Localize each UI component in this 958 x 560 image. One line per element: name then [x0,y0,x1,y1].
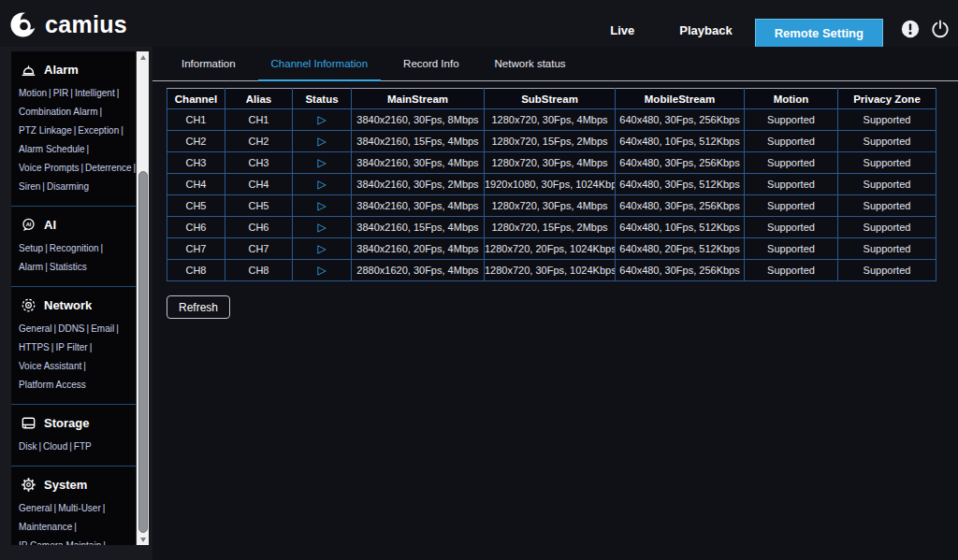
separator: | [42,181,45,192]
storage-icon [21,415,36,431]
cell-status: ▷ [293,152,352,174]
sidebar-row: General|DDNS|Email| [19,323,136,334]
sidebar-link-ddns[interactable]: DDNS [58,323,84,334]
sidebar-row: IP Camera Maintain| [19,540,136,545]
sidebar-link-general[interactable]: General [19,503,52,513]
cell-channel: CH3 [167,152,225,174]
separator: | [45,243,48,253]
ai-icon: AI [21,217,36,233]
sidebar-link-intelligent[interactable]: Intelligent [75,88,115,98]
sidebar-link-ptz-linkage[interactable]: PTZ Linkage [19,125,72,136]
sidebar-link-disarming[interactable]: Disarming [47,181,89,192]
scroll-down-arrow[interactable] [137,534,149,545]
play-icon[interactable]: ▷ [317,265,326,276]
sidebar-link-recognition[interactable]: Recognition [50,243,99,253]
sidebar-row: PTZ Linkage|Exception| [19,125,136,136]
sidebar-link-maintenance[interactable]: Maintenance [19,522,72,532]
nav-playback[interactable]: Playback [657,23,754,37]
cell-privacy-zone: Supported [838,260,936,281]
sidebar-link-alarm-schedule[interactable]: Alarm Schedule [19,144,85,154]
nav-remote-setting[interactable]: Remote Setting [755,19,883,47]
alert-icon[interactable] [900,19,921,39]
column-header-motion: Motion [745,89,838,109]
tab-information[interactable]: Information [164,47,254,80]
play-icon[interactable]: ▷ [317,200,326,211]
sidebar-row: Combination Alarm| [19,107,136,117]
sidebar-link-cloud[interactable]: Cloud [43,441,67,452]
cell-main-stream: 3840x2160, 30Fps, 2Mbps [352,174,485,195]
sidebar-link-platform-access[interactable]: Platform Access [19,380,86,390]
sidebar-link-disk[interactable]: Disk [19,441,36,452]
scrollbar-thumb[interactable] [138,171,148,533]
svg-text:AI: AI [26,222,32,227]
play-icon[interactable]: ▷ [317,243,326,254]
cell-sub-stream: 1280x720, 15Fps, 2Mbps [485,217,616,238]
sidebar-section-header: Alarm [21,62,136,78]
sidebar-link-email[interactable]: Email [91,323,114,334]
sidebar-link-voice-assistant[interactable]: Voice Assistant [19,361,81,371]
sidebar-scrollbar[interactable] [136,51,149,545]
cell-mobile-stream: 640x480, 10Fps, 512Kbps [616,217,745,238]
table-row: CH7CH7▷3840x2160, 20Fps, 4Mbps1280x720, … [167,238,936,260]
sidebar-section-ai: AIAISetup|Recognition|Alarm|Statistics [11,207,136,287]
sidebar-link-alarm[interactable]: Alarm [19,262,43,272]
refresh-button[interactable]: Refresh [167,295,230,319]
sidebar-link-ip-filter[interactable]: IP Filter [55,342,87,352]
separator: | [74,125,77,136]
cell-motion: Supported [745,238,838,260]
sidebar-link-multi-user[interactable]: Multi-User [58,503,101,513]
tab-bar: InformationChannel InformationRecord Inf… [152,47,958,81]
cell-motion: Supported [745,131,838,152]
tab-network-status[interactable]: Network status [477,47,584,80]
nav-live[interactable]: Live [588,23,657,37]
cell-channel: CH1 [167,109,225,131]
cell-channel: CH5 [167,195,225,217]
power-icon[interactable] [930,19,951,39]
cell-sub-stream: 1280x720, 20Fps, 1024Kbps [485,238,616,260]
sidebar-link-ftp[interactable]: FTP [74,441,92,452]
sidebar-link-combination-alarm[interactable]: Combination Alarm [19,107,97,117]
play-icon[interactable]: ▷ [317,179,326,190]
separator: | [69,441,72,452]
sidebar-row: HTTPS|IP Filter| [19,342,136,352]
sidebar-link-general[interactable]: General [19,323,52,334]
sidebar-link-motion[interactable]: Motion [19,88,47,98]
cell-motion: Supported [745,195,838,217]
sidebar-link-deterrence[interactable]: Deterrence [85,163,131,173]
sidebar-section-title: Alarm [44,63,79,77]
sidebar-link-pir[interactable]: PIR [53,88,69,98]
cell-privacy-zone: Supported [838,109,936,131]
play-icon[interactable]: ▷ [317,114,326,125]
top-icons [900,19,951,39]
cell-mobile-stream: 640x480, 30Fps, 256Kbps [616,195,745,217]
cell-alias: CH3 [225,152,293,174]
play-icon[interactable]: ▷ [317,222,326,233]
play-icon[interactable]: ▷ [317,136,326,147]
sidebar-link-ip-camera-maintain[interactable]: IP Camera Maintain [19,540,101,545]
sidebar-link-siren[interactable]: Siren [19,181,40,192]
cell-sub-stream: 1280x720, 30Fps, 1024Kbps [485,260,616,281]
sidebar-section-title: System [44,478,87,492]
scroll-up-arrow[interactable] [137,51,149,63]
cell-privacy-zone: Supported [838,152,936,174]
tab-channel-information[interactable]: Channel Information [254,47,386,80]
separator: | [101,243,104,253]
sidebar-link-https[interactable]: HTTPS [19,342,50,352]
cell-mobile-stream: 640x480, 30Fps, 256Kbps [616,109,745,131]
sidebar-link-setup[interactable]: Setup [19,243,43,253]
cell-alias: CH2 [225,131,293,152]
sidebar-link-exception[interactable]: Exception [78,125,119,136]
cell-status: ▷ [293,131,352,152]
sidebar-row: Setup|Recognition| [19,243,136,253]
sidebar-link-statistics[interactable]: Statistics [50,262,87,272]
cell-alias: CH7 [225,238,293,260]
sidebar-section-network: NetworkGeneral|DDNS|Email|HTTPS|IP Filte… [11,287,136,405]
table-row: CH3CH3▷3840x2160, 30Fps, 4Mbps1280x720, … [167,152,936,174]
sidebar-link-voice-prompts[interactable]: Voice Prompts [19,163,79,173]
brand-logo: camius [0,10,127,47]
play-icon[interactable]: ▷ [317,157,326,168]
main-panel: InformationChannel InformationRecord Inf… [152,47,958,560]
separator: | [121,125,123,136]
tab-record-info[interactable]: Record Info [385,47,476,80]
sidebar-section-header: AIAI [21,217,136,233]
